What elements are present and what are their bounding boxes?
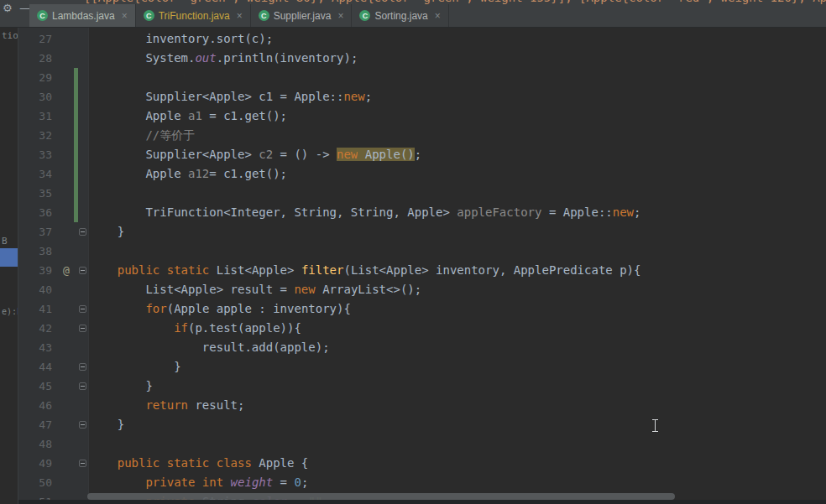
code-text[interactable]: } xyxy=(89,377,826,396)
line-number[interactable]: 40 xyxy=(18,280,59,299)
tab-Sorting.java[interactable]: CSorting.java× xyxy=(352,4,448,27)
code-text[interactable]: public static class Apple { xyxy=(89,454,826,473)
tab-Lambdas.java[interactable]: CLambdas.java× xyxy=(29,4,136,27)
code-text[interactable]: for(Apple apple : inventory){ xyxy=(89,299,826,319)
fold-icon[interactable] xyxy=(79,421,86,429)
java-class-icon: C xyxy=(144,10,154,21)
code-text[interactable]: TriFunction<Integer, String, String, App… xyxy=(89,203,826,222)
code-segment: if xyxy=(174,321,188,335)
gutter-icons xyxy=(59,319,89,338)
fold-icon[interactable] xyxy=(79,305,86,313)
code-text[interactable]: //等价于 xyxy=(89,126,826,145)
highlighted-code-segment: new xyxy=(337,148,358,161)
tab-close-icon[interactable]: × xyxy=(122,10,128,22)
code-text[interactable] xyxy=(89,184,826,203)
code-text[interactable]: Apple a12= c1.get(); xyxy=(89,164,826,184)
code-segment: Supplier<Apple> xyxy=(89,148,259,161)
left-panel-selected-item[interactable] xyxy=(0,248,18,267)
main-area: tionBe):List< 27 inventory.sort(c);28 Sy… xyxy=(0,28,826,504)
code-text[interactable]: result.add(apple); xyxy=(89,338,826,357)
line-number[interactable]: 44 xyxy=(18,357,59,377)
code-text[interactable]: } xyxy=(89,415,826,434)
line-number[interactable]: 47 xyxy=(18,415,59,434)
fold-icon[interactable] xyxy=(79,363,86,371)
gutter-icons xyxy=(59,473,89,492)
line-number[interactable]: 43 xyxy=(18,338,59,357)
line-number[interactable]: 49 xyxy=(18,454,59,473)
code-text[interactable]: System.out.println(inventory); xyxy=(89,49,826,68)
gutter-icons: @ xyxy=(59,261,89,280)
fold-icon[interactable] xyxy=(79,382,86,390)
code-segment xyxy=(89,456,118,470)
code-text[interactable] xyxy=(89,242,826,261)
fold-icon[interactable] xyxy=(79,267,86,274)
code-segment: } xyxy=(89,418,124,431)
code-text[interactable]: Supplier<Apple> c1 = Apple::new; xyxy=(89,87,826,107)
horizontal-scrollbar[interactable] xyxy=(18,493,826,500)
code-segment: weight xyxy=(231,475,274,489)
line-number[interactable]: 48 xyxy=(18,434,59,454)
line-number[interactable]: 39 xyxy=(18,261,59,280)
code-segment: = Apple:: xyxy=(541,205,612,219)
line-number[interactable]: 30 xyxy=(18,87,59,107)
code-line: 27 inventory.sort(c); xyxy=(18,29,826,49)
horizontal-scrollbar-thumb[interactable] xyxy=(87,493,675,500)
code-text[interactable]: Supplier<Apple> c2 = () -> new Apple(); xyxy=(89,145,826,164)
line-number[interactable]: 29 xyxy=(18,68,59,87)
annotation-icon[interactable]: @ xyxy=(63,261,70,280)
line-number[interactable]: 42 xyxy=(18,319,59,338)
line-number[interactable]: 27 xyxy=(18,29,59,49)
fold-icon[interactable] xyxy=(79,325,86,332)
tab-label: TriFunction.java xyxy=(159,10,230,22)
code-segment: for xyxy=(145,302,166,315)
tab-close-icon[interactable]: × xyxy=(237,10,243,22)
line-number[interactable]: 37 xyxy=(18,222,59,242)
code-editor[interactable]: 27 inventory.sort(c);28 System.out.print… xyxy=(18,28,826,504)
code-segment: (List<Apple> inventory, ApplePredicate p… xyxy=(343,263,640,277)
line-number[interactable]: 45 xyxy=(18,377,59,396)
tab-close-icon[interactable]: × xyxy=(435,10,441,22)
line-number[interactable]: 35 xyxy=(18,184,59,203)
code-text[interactable]: if(p.test(apple)){ xyxy=(89,319,826,338)
settings-gear-icon[interactable]: ⚙ xyxy=(3,3,13,13)
line-number[interactable]: 28 xyxy=(18,49,59,68)
code-segment: ; xyxy=(415,148,421,161)
code-line: 40 List<Apple> result = new ArrayList<>(… xyxy=(18,280,826,299)
panel-text-fragment: e):List< xyxy=(2,307,18,316)
java-class-icon: C xyxy=(37,10,48,21)
tab-label: Lambdas.java xyxy=(52,10,115,22)
code-text[interactable] xyxy=(89,68,826,87)
code-text[interactable]: Apple a1 = c1.get(); xyxy=(89,107,826,126)
code-text[interactable]: inventory.sort(c); xyxy=(89,29,826,49)
code-segment: Supplier<Apple> c1 = Apple:: xyxy=(89,90,343,103)
line-number[interactable]: 38 xyxy=(18,242,59,261)
code-text[interactable]: } xyxy=(89,357,826,377)
fold-icon[interactable] xyxy=(79,460,86,467)
code-text[interactable]: public static List<Apple> filter(List<Ap… xyxy=(89,261,826,280)
line-number[interactable]: 33 xyxy=(18,145,59,164)
line-number[interactable]: 46 xyxy=(18,396,59,415)
fold-icon[interactable] xyxy=(79,228,86,236)
line-number[interactable]: 41 xyxy=(18,299,59,319)
tab-TriFunction.java[interactable]: CTriFunction.java× xyxy=(136,4,251,27)
code-line: 37 } xyxy=(18,222,826,242)
code-text[interactable]: } xyxy=(89,222,826,242)
code-text[interactable] xyxy=(89,434,826,454)
line-number[interactable]: 36 xyxy=(18,203,59,222)
code-segment: = xyxy=(273,475,294,489)
gutter-icons xyxy=(59,242,89,261)
line-number[interactable]: 31 xyxy=(18,107,59,126)
line-number[interactable]: 32 xyxy=(18,126,59,145)
editor-lines: 27 inventory.sort(c);28 System.out.print… xyxy=(18,29,826,504)
code-segment: = c1.get(); xyxy=(209,167,287,180)
line-number[interactable]: 50 xyxy=(18,473,59,492)
code-text[interactable]: return result; xyxy=(89,396,826,415)
code-line: 38 xyxy=(18,242,826,261)
code-text[interactable]: private int weight = 0; xyxy=(89,473,826,492)
code-text[interactable]: List<Apple> result = new ArrayList<>(); xyxy=(89,280,826,299)
tab-Supplier.java[interactable]: CSupplier.java× xyxy=(251,4,353,27)
gutter-icons xyxy=(59,299,89,319)
tab-close-icon[interactable]: × xyxy=(337,10,343,22)
code-segment xyxy=(89,321,174,335)
line-number[interactable]: 34 xyxy=(18,164,59,184)
